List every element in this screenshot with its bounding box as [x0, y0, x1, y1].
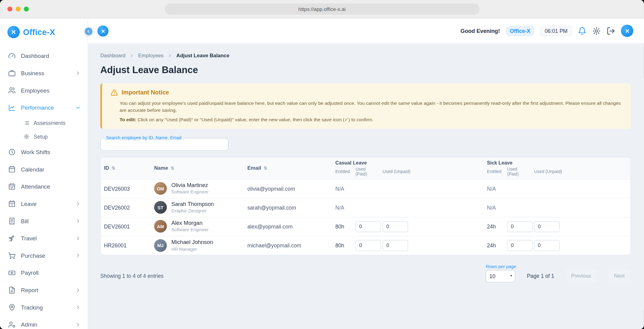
notice-edit-instructions: To edit: Click on any "Used (Paid)" or "…: [120, 116, 623, 122]
previous-page-button[interactable]: Previous: [565, 270, 597, 282]
sick-entitled-value: N/A: [484, 198, 504, 217]
sidebar-item-bill[interactable]: Bill: [0, 212, 87, 230]
sick-used-unpaid-input[interactable]: [534, 240, 560, 251]
sidebar-item-admin[interactable]: Admin: [0, 316, 87, 329]
chevron-right-icon: [75, 70, 81, 76]
sidebar-item-leave[interactable]: Leave: [0, 195, 87, 213]
banknote-icon: [8, 269, 16, 277]
sidebar-item-calendar[interactable]: Calendar: [0, 161, 87, 178]
employee-role: Graphic Designer: [172, 208, 214, 214]
important-notice: Important Notice You can adjust your emp…: [100, 83, 631, 129]
table-row: DEV26003 OMOlivia MartinezSoftware Engin…: [101, 179, 631, 198]
breadcrumb: Dashboard Employees Adjust Leave Balance: [100, 53, 631, 58]
avatar: ST: [154, 201, 167, 214]
column-header-email: Email⇅: [244, 157, 332, 179]
notice-body: You can adjust your employee's used paid…: [120, 100, 623, 114]
url-bar[interactable]: https://app.office-x.ai: [165, 3, 479, 14]
sick-used-paid-input[interactable]: [507, 221, 533, 232]
user-avatar[interactable]: [621, 25, 633, 37]
employee-name: Sarah Thompson: [172, 201, 214, 208]
sick-entitled-value: N/A: [484, 179, 504, 198]
chevron-right-icon: [75, 253, 81, 259]
casual-entitled-value: 80h: [332, 217, 352, 236]
calendar-check-icon: [8, 183, 16, 190]
sidebar-subitem-assessments[interactable]: Assessments: [0, 116, 87, 130]
topbar: Good Evening! Office-X 06:01 PM: [88, 19, 644, 44]
subheader-sick-entitled: Entitled: [484, 165, 504, 179]
sick-used-unpaid-input[interactable]: [534, 221, 560, 232]
rows-per-page-select[interactable]: 10: [486, 270, 515, 282]
page-title: Adjust Leave Balance: [100, 65, 631, 76]
employee-search: Search employee by ID, Name, Email: [100, 138, 228, 151]
header-office-x-icon[interactable]: [97, 26, 108, 37]
group-header-sick-leave: Sick Leave: [484, 157, 631, 165]
casual-used-unpaid-input[interactable]: [383, 240, 408, 251]
brand-chip[interactable]: Office-X: [506, 26, 534, 36]
browser-chrome: https://app.office-x.ai: [0, 0, 644, 19]
casual-entitled-value: 80h: [332, 236, 352, 255]
sidebar-item-payroll[interactable]: Payroll: [0, 264, 87, 281]
minimize-window-button[interactable]: [16, 7, 20, 12]
search-label: Search employee by ID, Name, Email: [104, 135, 183, 140]
chevron-down-icon: [75, 105, 81, 111]
page-content: Dashboard Employees Adjust Leave Balance…: [88, 44, 644, 329]
browser-window: https://app.office-x.ai Office-X Dashboa…: [0, 0, 644, 329]
employee-id: DEV26001: [101, 217, 151, 236]
notifications-bell-icon[interactable]: [578, 27, 586, 35]
column-header-name: Name⇅: [151, 157, 244, 179]
table-row: HR26001 MJMichael JohnsonHR Manager mich…: [101, 236, 631, 255]
breadcrumb-employees[interactable]: Employees: [138, 53, 163, 58]
employee-id: DEV26002: [101, 198, 151, 217]
sidebar-item-dashboard[interactable]: Dashboard: [0, 47, 87, 65]
leave-balance-table-card: ID⇅ Name⇅ Email⇅ Casual Leave Sick Leave…: [100, 157, 631, 255]
app-logo[interactable]: Office-X: [0, 19, 87, 46]
sidebar-collapse-button[interactable]: [84, 27, 93, 36]
greeting-text: Good Evening!: [461, 28, 500, 34]
app-logo-text: Office-X: [23, 27, 55, 37]
column-header-id: ID⇅: [101, 157, 151, 179]
chevron-right-icon: [168, 53, 172, 58]
employee-role: Software Engineer: [172, 227, 209, 233]
sidebar-item-tracking[interactable]: Tracking: [0, 299, 87, 316]
user-gear-icon: [8, 321, 16, 328]
sort-icon[interactable]: ⇅: [111, 166, 115, 171]
maximize-window-button[interactable]: [24, 7, 29, 12]
logout-icon[interactable]: [607, 27, 615, 35]
url-text: https://app.office-x.ai: [298, 6, 345, 12]
casual-entitled-value: N/A: [332, 198, 352, 217]
employee-email: sarah@yopmail.com: [244, 198, 332, 217]
sidebar-item-travel[interactable]: Travel: [0, 230, 87, 247]
sidebar-item-performance[interactable]: Performance: [0, 99, 87, 116]
viewport: https://app.office-x.ai Office-X Dashboa…: [0, 0, 644, 329]
rows-per-page-label: Rows per page: [486, 264, 516, 269]
sidebar-item-work-shifts[interactable]: Work Shifts: [0, 143, 87, 161]
sidebar-item-purchase[interactable]: Purchase: [0, 247, 87, 264]
casual-used-unpaid-input[interactable]: [383, 221, 408, 232]
table-row: DEV26002 STSarah ThompsonGraphic Designe…: [101, 198, 631, 217]
sick-used-paid-input[interactable]: [507, 240, 533, 251]
employee-name: Alex Morgan: [172, 220, 209, 227]
page-info: Page 1 of 1: [527, 273, 554, 282]
settings-gear-icon[interactable]: [592, 27, 601, 35]
sort-icon[interactable]: ⇅: [264, 166, 267, 171]
breadcrumb-dashboard[interactable]: Dashboard: [100, 53, 125, 58]
employee-name: Michael Johnson: [172, 239, 213, 246]
casual-used-paid-input[interactable]: [356, 221, 381, 232]
sidebar-subitem-setup[interactable]: Setup: [0, 130, 87, 143]
sidebar-item-report[interactable]: Report: [0, 281, 87, 299]
employee-email: alex@yopmail.com: [244, 217, 332, 236]
casual-used-paid-input[interactable]: [356, 240, 381, 251]
close-window-button[interactable]: [7, 7, 12, 12]
leave-balance-table: ID⇅ Name⇅ Email⇅ Casual Leave Sick Leave…: [101, 157, 631, 255]
time-badge: 06:01 PM: [540, 26, 572, 36]
chevron-right-icon: [75, 322, 81, 327]
sidebar-item-attendance[interactable]: Attendance: [0, 178, 87, 195]
next-page-button[interactable]: Next: [608, 270, 631, 282]
employee-id: DEV26003: [101, 179, 151, 198]
sidebar-item-employees[interactable]: Employees: [0, 82, 87, 99]
users-icon: [8, 87, 16, 94]
sidebar-item-business[interactable]: Business: [0, 65, 87, 82]
chevron-right-icon: [75, 201, 81, 207]
sort-icon[interactable]: ⇅: [171, 166, 174, 171]
table-row: DEV26001 AMAlex MorganSoftware Engineer …: [101, 217, 631, 236]
